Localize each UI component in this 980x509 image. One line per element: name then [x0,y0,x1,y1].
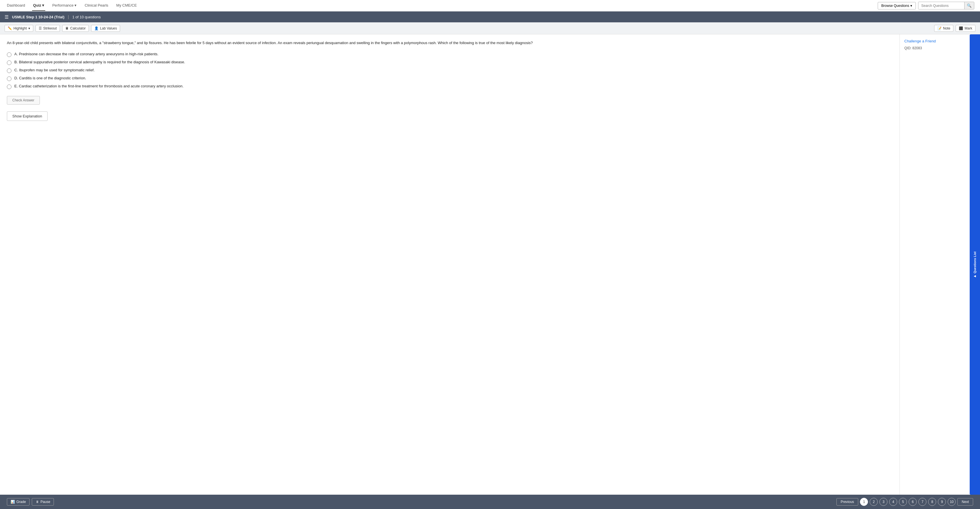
lab-values-icon: 👤 [94,26,99,30]
mark-icon: ⬛ [959,26,963,30]
note-icon: 📝 [937,26,942,30]
option-b[interactable]: B. Bilateral suppurative posterior cervi… [7,60,892,65]
sidebar: Challenge a Friend QID: 82083 [900,34,980,495]
option-b-radio[interactable] [7,60,11,65]
qid-label: QID: 82083 [904,46,922,50]
option-a-radio[interactable] [7,52,11,57]
panel-collapse-icon: ◀ [974,274,976,278]
highlight-button[interactable]: ✏️ Highlight ▾ [5,25,33,32]
top-navigation: Dashboard Quiz ▾ Performance ▾ Clinical … [0,0,980,11]
option-e-text: E. Cardiac catheterization is the first-… [14,84,183,88]
note-button[interactable]: 📝 Note [934,25,953,32]
nav-actions: Browse Questions ▾ 🔍 [878,2,974,10]
nav-cme[interactable]: My CME/CE [115,0,138,11]
nav-clinical-pearls[interactable]: Clinical Pearls [83,0,109,11]
option-d-text: D. Carditis is one of the diagnostic cri… [14,76,86,80]
mark-button[interactable]: ⬛ Mark [956,25,975,32]
option-d-radio[interactable] [7,76,11,81]
nav-dashboard[interactable]: Dashboard [6,0,26,11]
option-c-text: C. Ibuprofen may be used for symptomatic… [14,68,95,72]
questions-list-label: Questions List [973,251,977,273]
quiz-header: ☰ USMLE Step 1 10-24-24 (Trial) | 1 of 1… [0,11,980,22]
nav-performance[interactable]: Performance ▾ [51,0,78,11]
toolbar-left: ✏️ Highlight ▾ ☰ Strikeout 🖩 Calculator … [5,25,120,32]
calculator-icon: 🖩 [65,26,69,30]
quiz-divider: | [68,14,69,19]
highlight-icon: ✏️ [8,26,12,30]
questions-list-panel[interactable]: Questions List ◀ [970,34,980,495]
toolbar-right: 📝 Note ⬛ Mark [934,25,975,32]
option-c[interactable]: C. Ibuprofen may be used for symptomatic… [7,68,892,73]
search-input[interactable] [918,2,964,9]
quiz-title: USMLE Step 1 10-24-24 (Trial) [12,15,64,19]
main-content: An 8-year-old child presents with bilate… [0,34,980,495]
nav-links: Dashboard Quiz ▾ Performance ▾ Clinical … [6,0,138,11]
calculator-button[interactable]: 🖩 Calculator [62,25,89,32]
strikeout-button[interactable]: ☰ Strikeout [35,25,60,32]
nav-quiz[interactable]: Quiz ▾ [32,0,46,11]
option-e[interactable]: E. Cardiac catheterization is the first-… [7,84,892,89]
check-answer-button[interactable]: Check Answer [7,96,40,105]
option-a-text: A. Prednisone can decrease the rate of c… [14,52,159,56]
option-d[interactable]: D. Carditis is one of the diagnostic cri… [7,76,892,81]
option-e-radio[interactable] [7,84,11,89]
options-list: A. Prednisone can decrease the rate of c… [7,52,892,89]
browse-questions-button[interactable]: Browse Questions ▾ [878,2,916,10]
lab-values-button[interactable]: 👤 Lab Values [91,25,120,32]
show-explanation-button[interactable]: Show Explanation [7,111,48,121]
option-b-text: B. Bilateral suppurative posterior cervi… [14,60,185,64]
highlight-dropdown-icon: ▾ [29,26,30,30]
question-area: An 8-year-old child presents with bilate… [0,34,900,495]
search-button[interactable]: 🔍 [964,2,974,9]
toolbar: ✏️ Highlight ▾ ☰ Strikeout 🖩 Calculator … [0,22,980,34]
strikeout-icon: ☰ [39,26,42,30]
question-text: An 8-year-old child presents with bilate… [7,40,892,46]
dropdown-icon: ▾ [910,4,912,8]
challenge-friend-link[interactable]: Challenge a Friend [904,39,975,43]
option-a[interactable]: A. Prednisone can decrease the rate of c… [7,52,892,57]
option-c-radio[interactable] [7,68,11,73]
quiz-count: 1 of 10 questions [72,15,100,19]
hamburger-icon[interactable]: ☰ [5,14,9,20]
search-box: 🔍 [918,2,974,10]
browse-questions-label: Browse Questions [881,4,909,8]
search-icon: 🔍 [967,3,972,8]
